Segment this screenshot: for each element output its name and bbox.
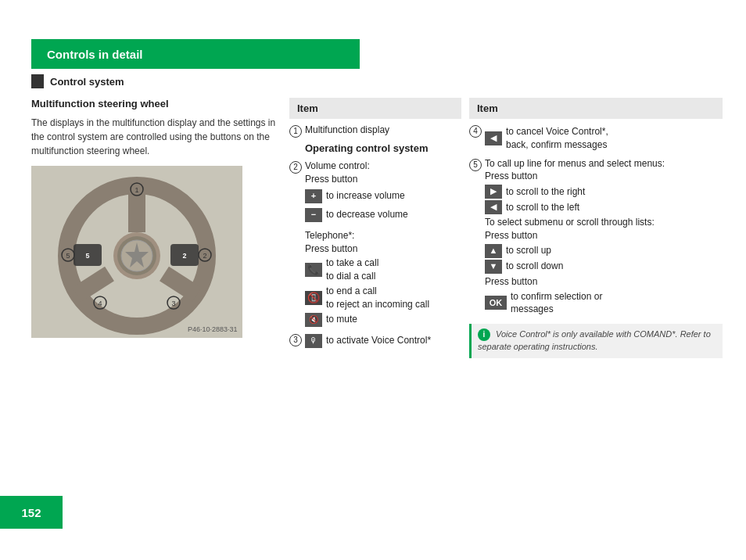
scroll-right-row: ▶ to scroll to the right [485,185,723,199]
multifunction-title: Multifunction steering wheel [31,98,282,109]
scroll-left-icon: ◀ [485,200,502,214]
item-row-5: 5 To call up line for menus and select m… [469,157,723,318]
svg-text:P46·10·2883·31: P46·10·2883·31 [188,325,238,333]
svg-text:2: 2 [182,252,186,260]
item-row-telephone: Telephone*: Press button 📞 to take a cal… [289,229,461,328]
operating-label: Operating control system [305,142,428,156]
middle-item-header: Item [289,98,461,119]
phone-accept-row: 📞 to take a callto dial a call [305,257,461,283]
phone-end-row: 📵 to end a callto reject an incoming cal… [305,285,461,311]
volume-down-row: − to decrease volume [305,206,461,224]
chapter-title: Controls in detail [47,48,143,61]
section-title: Control system [50,76,124,88]
item-row-4: 4 ◀ to cancel Voice Control*,back, confi… [469,124,723,153]
info-box: i Voice Control* is only available with … [469,324,723,357]
svg-text:4: 4 [98,300,102,307]
left-section: Multifunction steering wheel The display… [31,98,282,513]
info-text: Voice Control* is only available with CO… [478,329,711,351]
item-content-5: To call up line for menus and select men… [485,157,723,318]
svg-text:5: 5 [85,252,89,260]
multifunction-description: The displays in the multifunction displa… [31,116,282,158]
svg-text:5: 5 [66,252,70,260]
item-row-3: 3 🎙 to activate Voice Control* [289,332,461,350]
phone-end-icon: 📵 [305,291,322,305]
telephone-content: Telephone*: Press button 📞 to take a cal… [305,229,461,328]
scroll-up-icon: ▲ [485,244,502,258]
ok-row: OK to confirm selection ormessages [485,290,723,317]
plus-icon: + [305,189,322,203]
chapter-header: Controls in detail [31,39,360,69]
back-icon: ◀ [485,131,502,145]
svg-text:2: 2 [203,252,206,260]
ok-icon: OK [485,296,507,310]
back-row: ◀ to cancel Voice Control*,back, confirm… [485,125,723,152]
item-number-4: 4 [469,124,485,138]
item-row-1: 1 Multifunction display [289,124,461,138]
mute-row: 🔇 to mute [305,313,461,327]
steering-wheel-image: 5 5 2 2 4 3 1 P46·10·2883·31 [31,166,242,338]
voice-row: 🎙 to activate Voice Control* [305,334,461,348]
middle-section: Item 1 Multifunction display Operating c… [289,98,461,513]
item-row-operating: Operating control system [289,142,461,156]
steering-wheel-svg: 5 5 2 2 4 3 1 P46·10·2883·31 [31,166,242,338]
phone-accept-icon: 📞 [305,263,322,277]
minus-icon: − [305,208,322,222]
item-content-1: Multifunction display [305,124,461,137]
item-content-3: 🎙 to activate Voice Control* [305,332,461,350]
svg-text:1: 1 [134,186,138,194]
item-number-2: 2 [289,160,305,174]
item-number-5: 5 [469,157,485,171]
content-area: Multifunction steering wheel The display… [31,98,723,513]
scroll-left-row: ◀ to scroll to the left [485,200,723,214]
item-number-1: 1 [289,124,305,138]
volume-up-row: + to increase volume [305,188,461,205]
right-section: Item 4 ◀ to cancel Voice Control*,back, … [469,98,723,513]
section-bar-icon [31,74,44,88]
item-number-3: 3 [289,332,305,346]
voice-icon: 🎙 [305,334,322,348]
right-item-header: Item [469,98,723,119]
item-content-4: ◀ to cancel Voice Control*,back, confirm… [485,124,723,153]
item-row-2: 2 Volume control: Press button + to incr… [289,160,461,225]
scroll-right-icon: ▶ [485,185,502,199]
info-icon: i [478,328,490,341]
scroll-up-row: ▲ to scroll up [485,244,723,258]
mute-icon: 🔇 [305,313,322,327]
scroll-down-row: ▼ to scroll down [485,260,723,274]
section-header: Control system [31,74,124,88]
item-content-2: Volume control: Press button + to increa… [305,160,461,225]
svg-text:3: 3 [171,300,175,307]
scroll-down-icon: ▼ [485,260,502,274]
